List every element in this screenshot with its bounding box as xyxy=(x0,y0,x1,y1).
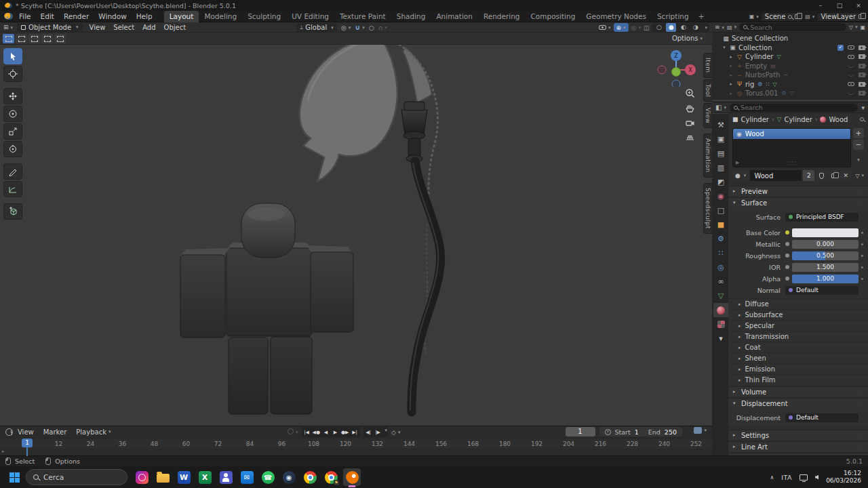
properties-editor-icon[interactable]: ◧ xyxy=(715,104,726,111)
outliner-row-scene-collection[interactable]: ▦ Scene Collection xyxy=(712,34,868,43)
whatsapp-app-icon[interactable]: ☎ xyxy=(259,468,277,486)
eye-closed-icon[interactable] xyxy=(848,64,854,68)
tab-tool[interactable]: ⚒ xyxy=(713,118,728,132)
shader-dropdown[interactable]: Principled BSDF xyxy=(785,213,859,222)
workspace-tab[interactable]: Compositing xyxy=(526,11,581,22)
camera-render-icon[interactable] xyxy=(859,82,865,87)
blender-menu-icon[interactable] xyxy=(4,13,13,20)
rotate-tool[interactable] xyxy=(3,106,22,122)
instagram-app-icon[interactable] xyxy=(133,468,151,486)
tab-modifiers[interactable]: ⚙ xyxy=(713,232,728,246)
add-slot-button[interactable]: + xyxy=(853,128,864,138)
animate-decorator[interactable] xyxy=(859,243,865,245)
blender-app-taskbar-icon[interactable] xyxy=(343,468,361,486)
playback-sync-dropdown[interactable] xyxy=(694,427,707,434)
expand-arrow-icon[interactable]: ▸ xyxy=(728,91,734,96)
teams-app-icon[interactable] xyxy=(217,468,235,486)
outliner-row-torus[interactable]: ▸ ◎ Torus.001 ⚙ ▽ xyxy=(726,89,868,98)
viewport-menu-item[interactable]: Object xyxy=(160,22,191,33)
panel-line-art[interactable]: ▸Line Art xyxy=(728,441,868,451)
workspace-tab[interactable]: Animation xyxy=(431,11,478,22)
tab-collection[interactable]: □ xyxy=(713,203,728,218)
select-extend-button[interactable] xyxy=(16,34,27,43)
chrome-app-icon[interactable] xyxy=(301,468,319,486)
transport-button[interactable]: ◀● xyxy=(312,428,321,436)
expand-arrow-icon[interactable]: ▸ xyxy=(728,54,734,60)
eye-open-icon[interactable] xyxy=(848,45,854,49)
outliner-search[interactable] xyxy=(739,23,846,31)
subpanel-header[interactable]: ▸Thin Film xyxy=(728,374,868,385)
select-box-tool[interactable] xyxy=(3,48,22,64)
navigation-gizmo[interactable]: Z X xyxy=(656,47,696,87)
pin-icon[interactable] xyxy=(860,117,864,121)
expand-arrow-icon[interactable]: ▸ xyxy=(728,81,734,87)
channel-expander-icon[interactable]: ▸ xyxy=(2,449,5,454)
viewlayer-browse-icon[interactable]: ▤ xyxy=(805,14,814,20)
transport-button[interactable]: |◀ xyxy=(302,428,311,436)
outliner-row-rig[interactable]: ▸ Ψ rig ⚙ ∷ ▽ xyxy=(726,80,868,89)
tab-object-data[interactable]: ▽ xyxy=(713,289,728,303)
eye-closed-icon[interactable] xyxy=(848,73,854,77)
animate-decorator[interactable] xyxy=(859,255,865,257)
breadcrumb-data[interactable]: Cylinder xyxy=(784,116,812,123)
transport-button[interactable]: ▶ xyxy=(331,428,340,436)
snap-magnet-icon[interactable]: ∪ xyxy=(355,24,365,31)
topbar-menu-item[interactable]: File xyxy=(14,11,36,22)
scene-browse-icon[interactable]: ▣ xyxy=(749,14,759,20)
mode-dropdown[interactable]: Object Mode xyxy=(17,23,83,32)
subpanel-header[interactable]: ▸Subsurface xyxy=(728,309,868,320)
start-frame-field[interactable]: 1 xyxy=(635,428,639,436)
workspace-tab[interactable]: Layout xyxy=(164,11,199,22)
fake-user-shield-icon[interactable] xyxy=(816,170,827,181)
tab-object[interactable]: ■ xyxy=(713,218,728,232)
browse-material-icon[interactable]: ● xyxy=(732,170,749,181)
displacement-dropdown[interactable]: Default xyxy=(785,413,859,422)
measure-tool[interactable] xyxy=(3,181,22,197)
select-subtract-button[interactable] xyxy=(28,34,40,43)
animate-decorator[interactable] xyxy=(859,278,865,280)
tab-particles[interactable]: ∷ xyxy=(713,246,728,260)
alpha-slider[interactable]: 1.000 xyxy=(792,274,859,283)
material-filter-icon[interactable]: ▽ xyxy=(855,173,864,179)
new-scene-icon[interactable] xyxy=(795,14,799,19)
minimize-button[interactable]: – xyxy=(811,0,830,11)
use-preview-range-icon[interactable] xyxy=(605,429,611,435)
auto-keying-button[interactable] xyxy=(288,428,298,436)
cursor-tool[interactable] xyxy=(3,66,22,82)
properties-options-dropdown[interactable]: ▾ xyxy=(861,104,865,111)
timeline-ruler[interactable]: 1224364860728496108120132144156168180192… xyxy=(0,438,712,449)
eye-open-icon[interactable] xyxy=(848,55,854,59)
outliner-row-collection[interactable]: ▾ ▣ Collection ✓ xyxy=(719,43,868,53)
prev-frame-button[interactable]: ◀| xyxy=(364,428,373,436)
viewport-menu-item[interactable]: Select xyxy=(109,22,138,33)
outliner-display-mode-dropdown[interactable]: ≡ xyxy=(715,24,724,30)
end-frame-field[interactable]: 250 xyxy=(665,428,677,436)
keying-set-dropdown[interactable]: ◇ xyxy=(391,429,400,436)
orthographic-grid-icon[interactable] xyxy=(684,131,696,144)
camera-view-icon[interactable] xyxy=(684,117,696,129)
workspace-tab[interactable]: Sculpting xyxy=(242,11,286,22)
subpanel-header[interactable]: ▸Diffuse xyxy=(728,298,868,309)
expand-arrow-icon[interactable]: ▸ xyxy=(728,63,734,68)
current-frame-field[interactable]: 1 xyxy=(566,427,595,436)
chrome-profile-app-icon[interactable]: ⚑ xyxy=(322,468,340,486)
sidebar-tab-animation[interactable]: Animation xyxy=(703,134,712,177)
taskbar-search[interactable] xyxy=(26,469,127,485)
panel-surface[interactable]: ▾Surface xyxy=(728,197,868,207)
scene-selector[interactable]: Scene xyxy=(761,12,804,22)
panel-preview[interactable]: ▸Preview xyxy=(728,186,868,196)
viewport-menu-item[interactable]: View xyxy=(85,22,110,33)
subpanel-header[interactable]: ▸Transmission xyxy=(728,331,868,342)
sidebar-tab-view[interactable]: View xyxy=(703,103,712,128)
camera-render-icon[interactable] xyxy=(859,91,865,96)
excel-app-icon[interactable]: X xyxy=(196,468,214,486)
pin-icon[interactable] xyxy=(788,15,792,19)
select-invert-button[interactable] xyxy=(41,34,53,43)
animate-decorator[interactable] xyxy=(859,232,865,234)
clock[interactable]: 16:12 06/03/2026 xyxy=(826,470,861,485)
camera-render-icon[interactable] xyxy=(859,64,865,68)
steam-app-icon[interactable]: ◉ xyxy=(280,468,298,486)
timeline-tracks[interactable]: ▸ xyxy=(0,449,712,455)
workspace-tab[interactable]: Shading xyxy=(391,11,431,22)
workspace-tab[interactable]: UV Editing xyxy=(286,11,334,22)
